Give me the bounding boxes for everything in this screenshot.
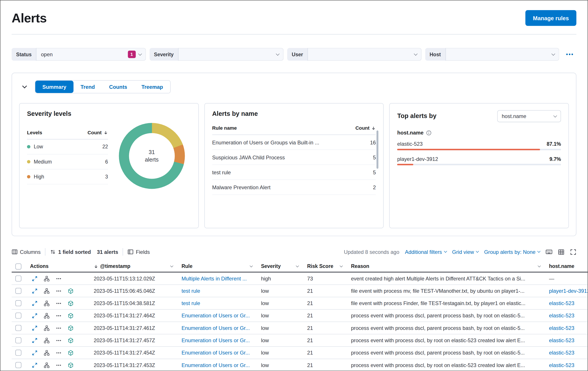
more-actions-icon[interactable] xyxy=(56,350,62,356)
row-checkbox[interactable] xyxy=(15,300,21,306)
row-checkbox[interactable] xyxy=(15,350,21,356)
more-actions-icon[interactable] xyxy=(56,313,62,319)
more-actions-icon[interactable] xyxy=(56,276,62,281)
session-view-icon[interactable] xyxy=(68,288,74,294)
more-actions-icon[interactable] xyxy=(56,300,62,306)
manage-rules-button[interactable]: Manage rules xyxy=(525,10,576,26)
severity-filter[interactable]: Severity xyxy=(149,48,284,61)
host-link[interactable]: elastic-523 xyxy=(544,312,588,319)
session-view-icon[interactable] xyxy=(68,300,74,306)
analyzer-icon[interactable] xyxy=(44,300,50,306)
analyzer-icon[interactable] xyxy=(44,288,50,294)
fields-button[interactable]: Fields xyxy=(127,249,150,255)
row-checkbox[interactable] xyxy=(15,312,21,319)
chevron-down-icon[interactable] xyxy=(340,264,343,267)
chevron-down-icon[interactable] xyxy=(250,264,253,267)
rule-link[interactable]: Enumeration of Users or Gr... xyxy=(177,312,256,319)
more-actions-icon[interactable] xyxy=(56,338,62,343)
host-filter[interactable]: Host xyxy=(425,48,559,61)
expand-alert-icon[interactable] xyxy=(32,350,38,356)
rule-column-header[interactable]: Rule xyxy=(177,261,256,272)
reason-cell[interactable]: process event with process dscl, parent … xyxy=(346,313,544,319)
expand-alert-icon[interactable] xyxy=(32,362,38,368)
analyzer-icon[interactable] xyxy=(44,362,50,368)
reason-cell[interactable]: file event with process Finder, file TES… xyxy=(346,300,544,306)
row-checkbox[interactable] xyxy=(15,288,21,294)
analyzer-icon[interactable] xyxy=(44,338,50,343)
host-link[interactable]: elastic-523 xyxy=(544,337,588,343)
tab-trend[interactable]: Trend xyxy=(74,81,102,93)
analyzer-icon[interactable] xyxy=(44,313,50,319)
host-link[interactable]: elastic-523 xyxy=(544,325,588,331)
info-icon[interactable] xyxy=(426,130,432,136)
host-link[interactable]: elastic-523 xyxy=(544,362,588,368)
analyzer-icon[interactable] xyxy=(44,325,50,331)
reason-cell[interactable]: event created high alert Multiple Alerts… xyxy=(346,276,544,281)
collapse-charts-button[interactable] xyxy=(19,82,30,92)
host-column-header[interactable]: host.name xyxy=(544,261,588,272)
tab-counts[interactable]: Counts xyxy=(102,81,134,93)
expand-alert-icon[interactable] xyxy=(32,300,38,306)
reason-cell[interactable]: process event with process dscl, by root… xyxy=(346,338,544,343)
severity-column-header[interactable]: Severity xyxy=(256,261,302,272)
session-view-icon[interactable] xyxy=(68,313,74,319)
tab-summary[interactable]: Summary xyxy=(35,81,74,93)
reason-cell[interactable]: process event with process dscl, parent … xyxy=(346,325,544,331)
rule-link[interactable]: test rule xyxy=(177,300,256,306)
chevron-down-icon[interactable] xyxy=(170,264,173,267)
keyboard-shortcuts-button[interactable] xyxy=(546,248,552,255)
chevron-down-icon[interactable] xyxy=(538,264,541,267)
more-actions-icon[interactable] xyxy=(56,288,62,294)
rule-link[interactable]: Enumeration of Users or Gr... xyxy=(177,350,256,356)
top-alerts-field-select[interactable]: host.name xyxy=(497,110,561,122)
host-link[interactable]: elastic-523 xyxy=(544,300,588,306)
expand-alert-icon[interactable] xyxy=(32,288,38,294)
row-checkbox[interactable] xyxy=(15,337,21,343)
more-filters-button[interactable] xyxy=(563,48,576,61)
fullscreen-icon-button[interactable] xyxy=(570,248,576,255)
analyzer-icon[interactable] xyxy=(44,350,50,356)
sorted-fields-button[interactable]: 1 field sorted xyxy=(50,249,91,255)
rule-link[interactable]: Multiple Alerts in Different ... xyxy=(177,275,256,281)
count-column-header[interactable]: Count xyxy=(355,125,369,131)
timestamp-column-header[interactable]: @timestamp xyxy=(89,261,177,272)
more-actions-icon[interactable] xyxy=(56,325,62,331)
session-view-icon[interactable] xyxy=(68,338,74,343)
scrollbar-thumb[interactable] xyxy=(377,130,379,169)
severity-card-content: Levels Count Low 22 Medium 6 xyxy=(27,122,191,189)
group-alerts-button[interactable]: Group alerts by: None xyxy=(484,249,540,255)
status-filter[interactable]: Status open 1 xyxy=(12,48,146,61)
row-checkbox[interactable] xyxy=(15,275,21,281)
columns-button[interactable]: Columns xyxy=(12,249,41,255)
rule-link[interactable]: Enumeration of Users or Gr... xyxy=(177,362,256,368)
reason-column-header[interactable]: Reason xyxy=(346,261,544,272)
reason-cell[interactable]: process event with process dscl, parent … xyxy=(346,350,544,356)
grid-display-button[interactable] xyxy=(558,248,565,255)
row-checkbox[interactable] xyxy=(15,362,21,368)
rule-link[interactable]: test rule xyxy=(177,288,256,294)
grid-view-button[interactable]: Grid view xyxy=(452,249,479,255)
expand-alert-icon[interactable] xyxy=(32,276,38,281)
rule-link[interactable]: Enumeration of Users or Gr... xyxy=(177,337,256,343)
rule-link[interactable]: Enumeration of Users or Gr... xyxy=(177,325,256,331)
tab-treemap[interactable]: Treemap xyxy=(134,81,170,93)
expand-alert-icon[interactable] xyxy=(32,325,38,331)
select-all-checkbox[interactable] xyxy=(15,263,21,269)
row-checkbox[interactable] xyxy=(15,325,21,331)
session-view-icon[interactable] xyxy=(68,350,74,356)
user-filter[interactable]: User xyxy=(287,48,421,61)
expand-alert-icon[interactable] xyxy=(32,313,38,319)
expand-alert-icon[interactable] xyxy=(32,338,38,343)
more-actions-icon[interactable] xyxy=(56,362,62,368)
reason-cell[interactable]: file event with process mv, file TEST-VM… xyxy=(346,288,544,294)
host-link[interactable]: player1-dev-3912 xyxy=(544,288,588,294)
analyzer-icon[interactable] xyxy=(44,276,50,281)
reason-cell[interactable]: process event with process dscl, by root… xyxy=(346,362,544,368)
session-view-icon[interactable] xyxy=(68,362,74,368)
additional-filters-button[interactable]: Additional filters xyxy=(405,249,447,255)
risk-score-column-header[interactable]: Risk Score xyxy=(302,261,346,272)
session-view-icon[interactable] xyxy=(68,325,74,331)
count-column-header[interactable]: Count xyxy=(87,130,102,135)
host-link[interactable]: elastic-523 xyxy=(544,350,588,356)
chevron-down-icon[interactable] xyxy=(296,264,299,267)
